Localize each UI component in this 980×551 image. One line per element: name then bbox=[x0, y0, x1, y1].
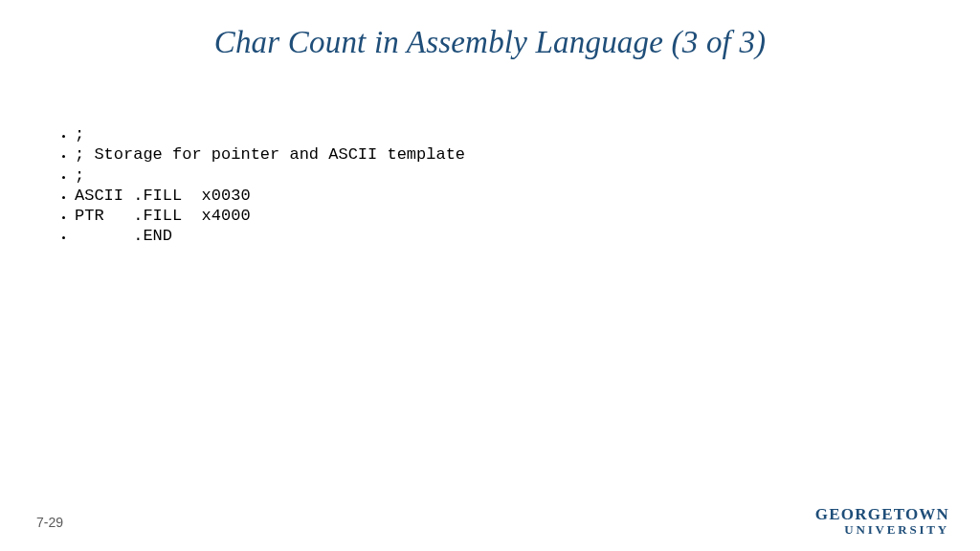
slide-title: Char Count in Assembly Language (3 of 3) bbox=[0, 25, 980, 60]
slide: Char Count in Assembly Language (3 of 3)… bbox=[0, 0, 980, 551]
list-item: .END bbox=[75, 226, 923, 246]
list-item: ; bbox=[75, 124, 923, 144]
logo-line-2: UNIVERSITY bbox=[815, 522, 949, 538]
university-logo: GEORGETOWN UNIVERSITY bbox=[815, 505, 949, 538]
list-item: ; bbox=[75, 165, 923, 186]
slide-body: ; ; Storage for pointer and ASCII templa… bbox=[57, 124, 923, 247]
list-item: ; Storage for pointer and ASCII template bbox=[75, 144, 923, 165]
list-item: PTR .FILL x4000 bbox=[75, 206, 923, 226]
logo-line-1: GEORGETOWN bbox=[815, 505, 949, 524]
bullet-list: ; ; Storage for pointer and ASCII templa… bbox=[57, 124, 923, 247]
list-item: ASCII .FILL x0030 bbox=[75, 186, 923, 206]
page-number: 7-29 bbox=[36, 515, 63, 530]
